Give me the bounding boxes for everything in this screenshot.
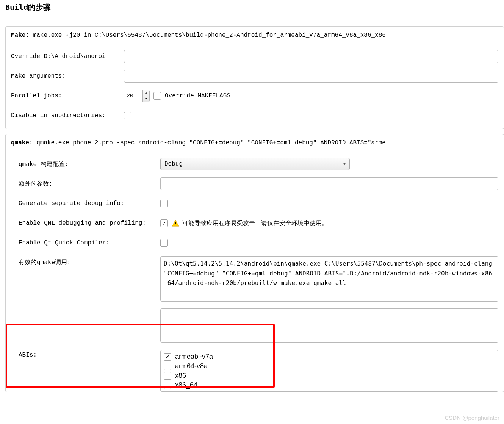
make-args-label: Make arguments: — [11, 73, 124, 80]
abi-option-label: x86_64 — [175, 381, 197, 389]
make-args-input[interactable] — [124, 70, 498, 83]
build-config-label: qmake 构建配置: — [19, 160, 160, 168]
abis-label: ABIs: — [19, 349, 160, 358]
build-config-select[interactable]: Debug — [160, 158, 350, 170]
abi-armeabi-v7a-checkbox[interactable] — [164, 353, 171, 361]
make-header-text: make.exe -j20 in C:\Users\55487\Document… — [29, 32, 386, 39]
spin-down-icon[interactable]: ▼ — [143, 96, 149, 102]
abi-option-label: armeabi-v7a — [175, 353, 213, 361]
svg-rect-2 — [175, 225, 176, 225]
parallel-jobs-input[interactable] — [124, 90, 142, 102]
disable-subdir-checkbox[interactable] — [124, 112, 131, 119]
gen-debug-info-checkbox[interactable] — [160, 200, 168, 207]
effective-call-label: 有效的qmake调用: — [19, 256, 160, 266]
disable-subdir-label: Disable in subdirectories: — [11, 112, 124, 119]
abi-arm64-v8a-checkbox[interactable] — [164, 363, 171, 370]
make-panel-header: Make: make.exe -j20 in C:\Users\55487\Do… — [11, 32, 498, 39]
build-config-value: Debug — [164, 161, 183, 167]
parallel-jobs-label: Parallel jobs: — [11, 92, 124, 99]
override-label: Override D:\Android\androi — [11, 53, 124, 60]
spin-up-icon[interactable]: ▲ — [143, 90, 149, 96]
make-header-label: Make: — [11, 32, 29, 39]
empty-textarea[interactable] — [160, 308, 498, 343]
override-makeflags-label: Override MAKEFLAGS — [165, 92, 230, 99]
qmake-header-label: qmake: — [11, 139, 33, 146]
qmake-header-text: qmake.exe phone_2.pro -spec android-clan… — [33, 139, 386, 146]
abi-x86-64-checkbox[interactable] — [164, 382, 171, 389]
qml-debug-label: Enable QML debugging and profiling: — [19, 220, 160, 227]
page-title: Build的步骤 — [5, 2, 504, 13]
warning-icon — [172, 219, 179, 227]
abi-option-label: x86 — [175, 372, 186, 380]
qmake-panel: qmake: qmake.exe phone_2.pro -spec andro… — [5, 134, 504, 392]
quick-compiler-checkbox[interactable] — [160, 239, 168, 247]
make-panel: Make: make.exe -j20 in C:\Users\55487\Do… — [5, 26, 504, 129]
abi-option-label: arm64-v8a — [175, 362, 208, 370]
svg-rect-1 — [175, 222, 176, 224]
extra-params-label: 额外的参数: — [19, 180, 160, 188]
quick-compiler-label: Enable Qt Quick Compiler: — [19, 239, 160, 246]
empty-section-label — [19, 308, 160, 311]
effective-call-textarea[interactable]: D:\Qt\qt5.14.2\5.14.2\android\bin\qmake.… — [160, 256, 498, 302]
qmake-panel-header: qmake: qmake.exe phone_2.pro -spec andro… — [11, 139, 498, 146]
parallel-jobs-spinbox[interactable]: ▲ ▼ — [124, 90, 150, 102]
qml-debug-checkbox[interactable] — [160, 219, 168, 227]
override-makeflags-checkbox[interactable] — [153, 92, 161, 100]
abis-options-box: armeabi-v7a arm64-v8a x86 x86_64 — [160, 350, 498, 392]
override-input[interactable] — [124, 50, 498, 63]
extra-params-input[interactable] — [160, 177, 498, 190]
gen-debug-info-label: Generate separate debug info: — [19, 200, 160, 207]
qml-debug-warning-text: 可能导致应用程序易受攻击，请仅在安全环境中使用。 — [182, 219, 328, 227]
abi-x86-checkbox[interactable] — [164, 372, 171, 380]
